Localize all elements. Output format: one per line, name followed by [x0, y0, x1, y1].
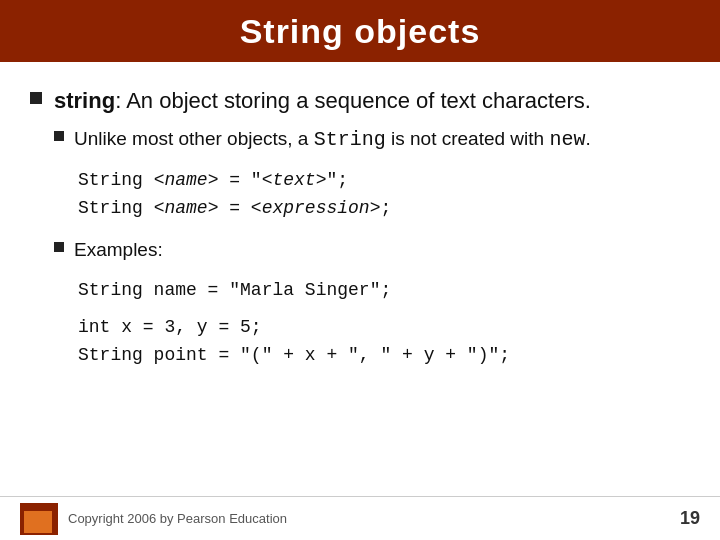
- main-bullet-description: An object storing a sequence of text cha…: [121, 88, 591, 113]
- page-number: 19: [680, 508, 700, 529]
- slide-footer: Copyright 2006 by Pearson Education 19: [0, 496, 720, 540]
- code-spacer: [78, 305, 680, 313]
- pearson-logo: [20, 503, 58, 535]
- sub-bullet-icon-2: [54, 242, 64, 252]
- main-bullet-icon: [30, 92, 42, 104]
- string-keyword: string: [54, 88, 115, 113]
- copyright-text: Copyright 2006 by Pearson Education: [68, 511, 287, 526]
- string-mono: String: [314, 128, 386, 151]
- code-line-1: String <name> = "<text>";: [78, 166, 680, 195]
- new-mono: new: [549, 128, 585, 151]
- sub-bullet-icon-1: [54, 131, 64, 141]
- sub-bullet-text-2: Examples:: [74, 237, 163, 264]
- sub-bullet-text-middle: is not created with: [386, 128, 550, 149]
- sub-bullet-text-end: .: [585, 128, 590, 149]
- slide-header: String objects: [0, 0, 720, 62]
- slide-title: String objects: [240, 12, 481, 51]
- sub-bullet-examples: Examples:: [54, 237, 680, 264]
- main-bullet-text: string: An object storing a sequence of …: [54, 86, 591, 116]
- slide-content: string: An object storing a sequence of …: [0, 62, 720, 402]
- code-example-1: String name = "Marla Singer";: [78, 276, 680, 305]
- code-example-2: int x = 3, y = 5;: [78, 313, 680, 342]
- code-block-syntax: String <name> = "<text>"; String <name> …: [78, 166, 680, 224]
- examples-label: Examples:: [74, 239, 163, 260]
- slide: String objects string: An object storing…: [0, 0, 720, 540]
- code-line-2: String <name> = <expression>;: [78, 194, 680, 223]
- main-bullet-string: string: An object storing a sequence of …: [30, 86, 680, 116]
- code-example-3: String point = "(" + x + ", " + y + ")";: [78, 341, 680, 370]
- sub-bullet-text-1: Unlike most other objects, a String is n…: [74, 126, 591, 154]
- footer-left: Copyright 2006 by Pearson Education: [20, 503, 287, 535]
- code-block-examples: String name = "Marla Singer"; int x = 3,…: [78, 276, 680, 370]
- sub-bullets-container: Unlike most other objects, a String is n…: [54, 126, 680, 371]
- pearson-logo-inner: [24, 511, 52, 533]
- sub-bullet-text-before: Unlike most other objects, a: [74, 128, 314, 149]
- sub-bullet-not-new: Unlike most other objects, a String is n…: [54, 126, 680, 154]
